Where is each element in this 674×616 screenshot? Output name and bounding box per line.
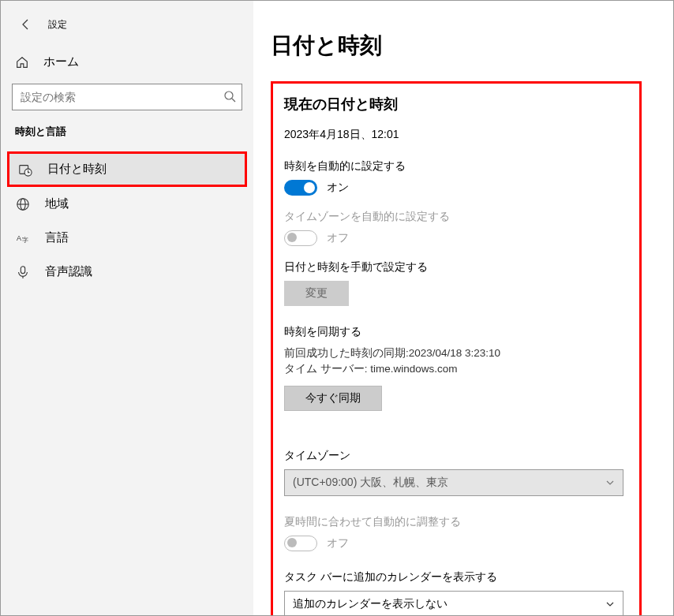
nav-label: 言語 xyxy=(45,230,69,245)
search-input[interactable] xyxy=(12,84,242,110)
home-label: ホーム xyxy=(43,54,79,69)
dst-state: オフ xyxy=(327,536,349,551)
timezone-label: タイムゾーン xyxy=(284,449,628,463)
search-icon xyxy=(223,90,236,103)
timezone-value: (UTC+09:00) 大阪、札幌、東京 xyxy=(293,476,448,490)
nav-label: 日付と時刻 xyxy=(47,162,107,177)
main-content: 日付と時刻 現在の日付と時刻 2023年4月18日、12:01 時刻を自動的に設… xyxy=(253,1,673,615)
sync-server: タイム サーバー: time.windows.com xyxy=(284,361,628,377)
nav-item-speech[interactable]: 音声認識 xyxy=(1,255,253,289)
globe-icon xyxy=(15,197,31,211)
change-button: 変更 xyxy=(284,281,349,306)
microphone-icon xyxy=(15,265,31,279)
dst-toggle xyxy=(284,536,317,551)
svg-text:字: 字 xyxy=(22,237,28,244)
auto-time-toggle[interactable] xyxy=(284,180,317,196)
current-datetime-value: 2023年4月18日、12:01 xyxy=(284,128,628,142)
language-icon: A字 xyxy=(15,231,31,245)
back-button[interactable] xyxy=(15,13,37,35)
auto-tz-state: オフ xyxy=(327,231,349,245)
nav-item-region[interactable]: 地域 xyxy=(1,187,253,221)
calendar-dropdown[interactable]: 追加のカレンダーを表示しない xyxy=(284,591,623,616)
page-title: 日付と時刻 xyxy=(271,31,642,61)
svg-line-1 xyxy=(232,99,235,102)
auto-tz-label: タイムゾーンを自動的に設定する xyxy=(284,210,628,224)
manual-set-label: 日付と時刻を手動で設定する xyxy=(284,260,628,274)
auto-time-label: 時刻を自動的に設定する xyxy=(284,159,628,174)
calendar-value: 追加のカレンダーを表示しない xyxy=(293,597,447,611)
sync-info: 前回成功した時刻の同期:2023/04/18 3:23:10 タイム サーバー:… xyxy=(284,345,628,378)
auto-tz-toggle xyxy=(284,230,317,246)
nav-item-language[interactable]: A字 言語 xyxy=(1,221,253,255)
calendar-label: タスク バーに追加のカレンダーを表示する xyxy=(284,570,628,584)
auto-time-state: オン xyxy=(327,181,349,195)
sync-last: 前回成功した時刻の同期:2023/04/18 3:23:10 xyxy=(284,345,628,361)
chevron-down-icon xyxy=(605,478,615,487)
svg-point-0 xyxy=(225,91,233,99)
nav-item-datetime[interactable]: 日付と時刻 xyxy=(7,151,247,187)
current-datetime-heading: 現在の日付と時刻 xyxy=(284,95,628,114)
nav-label: 音声認識 xyxy=(45,264,92,279)
home-icon xyxy=(15,55,29,69)
section-heading: 時刻と言語 xyxy=(1,125,253,151)
window-title: 設定 xyxy=(48,18,67,32)
search-box[interactable] xyxy=(12,84,242,110)
calendar-clock-icon xyxy=(17,162,33,177)
highlighted-section: 現在の日付と時刻 2023年4月18日、12:01 時刻を自動的に設定する オン… xyxy=(271,81,642,615)
svg-rect-9 xyxy=(21,266,24,273)
chevron-down-icon xyxy=(605,599,615,609)
dst-label: 夏時間に合わせて自動的に調整する xyxy=(284,515,628,529)
nav-label: 地域 xyxy=(45,196,69,211)
sync-heading: 時刻を同期する xyxy=(284,325,628,339)
sidebar: 設定 ホーム 時刻と言語 日付と時刻 地域 xyxy=(1,1,253,615)
svg-text:A: A xyxy=(17,233,21,241)
sync-now-button[interactable]: 今すぐ同期 xyxy=(284,386,382,411)
home-nav[interactable]: ホーム xyxy=(1,47,253,77)
timezone-dropdown: (UTC+09:00) 大阪、札幌、東京 xyxy=(284,469,623,496)
